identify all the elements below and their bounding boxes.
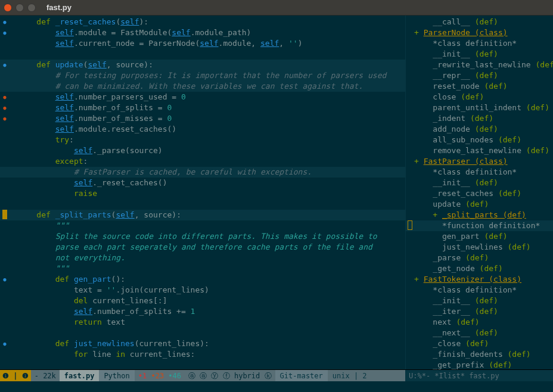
- code-line[interactable]: parse each part seperately and therefore…: [0, 242, 405, 253]
- code-line[interactable]: self.module.reset_caches(): [0, 124, 405, 135]
- code-line[interactable]: text = ''.join(current_lines): [0, 285, 405, 295]
- gutter-mark: [0, 145, 10, 156]
- outline-item[interactable]: _parse (def): [406, 253, 553, 263]
- code-line[interactable]: self._reset_caches(): [0, 178, 405, 188]
- code-text: self.current_node = ParserNode(self.modu…: [17, 38, 405, 49]
- outline-fringe: [406, 17, 414, 27]
- outline-fringe: [406, 92, 414, 102]
- outline-label: + _split_parts (def): [414, 210, 553, 220]
- code-line[interactable]: self.current_node = ParserNode(self.modu…: [0, 38, 405, 49]
- code-line[interactable]: [0, 328, 405, 338]
- gutter-mark: [0, 231, 10, 242]
- outline-item[interactable]: parent_until_indent (def): [406, 102, 553, 113]
- gutter-mark: [0, 220, 10, 231]
- outline-item[interactable]: remove_last_newline (def): [406, 145, 553, 156]
- minimize-icon[interactable]: [15, 4, 24, 12]
- code-text: self._reset_caches(): [17, 178, 405, 188]
- outline-item[interactable]: _get_prefix (def): [406, 360, 553, 369]
- outline-item[interactable]: gen_part (def): [406, 231, 553, 242]
- outline-item[interactable]: + FastTokenizer (class): [406, 274, 553, 285]
- code-line[interactable]: self._parse(source): [0, 145, 405, 156]
- outline-fringe: [406, 263, 414, 274]
- code-line[interactable]: raise: [0, 188, 405, 199]
- code-text: [17, 49, 405, 60]
- code-text: text = ''.join(current_lines): [17, 285, 405, 295]
- editor-pane[interactable]: ● def _reset_caches(self):● self.module …: [0, 15, 405, 369]
- outline-item[interactable]: __init__ (def): [406, 295, 553, 306]
- code-line[interactable]: not everything.: [0, 253, 405, 263]
- code-text: Split the source code into different par…: [17, 231, 405, 242]
- code-line[interactable]: try:: [0, 135, 405, 145]
- outline-item[interactable]: __init__ (def): [406, 49, 553, 60]
- outline-label: __init__ (def): [414, 295, 553, 306]
- outline-item[interactable]: all_sub_nodes (def): [406, 135, 553, 145]
- outline-item[interactable]: __call__ (def): [406, 17, 553, 27]
- outline-item[interactable]: + ParserNode (class): [406, 27, 553, 38]
- outline-item[interactable]: __next__ (def): [406, 328, 553, 338]
- code-line[interactable]: ● self.number_of_splits = 0: [0, 102, 405, 113]
- maximize-icon[interactable]: [27, 4, 36, 12]
- outline-item[interactable]: _close (def): [406, 338, 553, 349]
- encoding: unix | 2: [328, 370, 372, 381]
- outline-item[interactable]: _reset_caches (def): [406, 188, 553, 199]
- close-icon[interactable]: [4, 4, 12, 12]
- outline-item[interactable]: _finish_dedents (def): [406, 349, 553, 360]
- code-line[interactable]: Split the source code into different par…: [0, 231, 405, 242]
- outline-item[interactable]: _indent (def): [406, 113, 553, 124]
- buffer-name[interactable]: fast.py: [60, 370, 100, 381]
- outline-item[interactable]: + _split_parts (def): [406, 210, 553, 220]
- code-line[interactable]: del current_lines[:]: [0, 295, 405, 306]
- outline-item[interactable]: update (def): [406, 199, 553, 210]
- outline-item[interactable]: + FastParser (class): [406, 156, 553, 167]
- code-line[interactable]: ● def _reset_caches(self):: [0, 17, 405, 27]
- code-line[interactable]: ● self.number_of_misses = 0: [0, 113, 405, 124]
- vc-branch[interactable]: Git-master: [275, 370, 328, 381]
- outline-label: + FastParser (class): [414, 156, 553, 167]
- code-line[interactable]: """: [0, 220, 405, 231]
- outline-item[interactable]: close (def): [406, 92, 553, 102]
- outline-item[interactable]: add_node (def): [406, 124, 553, 135]
- code-line[interactable]: self.number_of_splits += 1: [0, 306, 405, 317]
- code-line[interactable]: return text: [0, 317, 405, 328]
- code-line[interactable]: # can be minimized. With these variables…: [0, 81, 405, 92]
- outline-item[interactable]: next (def): [406, 317, 553, 328]
- code-line[interactable]: # FastParser is cached, be careful with …: [0, 167, 405, 178]
- outline-item[interactable]: *function definition*: [406, 220, 553, 231]
- code-text: # can be minimized. With these variables…: [17, 81, 405, 92]
- minibuffer[interactable]: [0, 381, 553, 392]
- outline-fringe: [406, 210, 414, 220]
- outline-label: _rewrite_last_newline (def): [414, 60, 553, 70]
- outline-item[interactable]: __init__ (def): [406, 178, 553, 188]
- code-line[interactable]: def _split_parts(self, source):: [0, 210, 405, 220]
- outline-item[interactable]: _get_node (def): [406, 263, 553, 274]
- code-text: try:: [17, 135, 405, 145]
- code-line[interactable]: ● def update(self, source):: [0, 60, 405, 70]
- outline-item[interactable]: *class definition*: [406, 285, 553, 295]
- code-line[interactable]: # For testing purposes: It is important …: [0, 70, 405, 81]
- code-line[interactable]: [0, 199, 405, 210]
- code-line[interactable]: ● def just_newlines(current_lines):: [0, 338, 405, 349]
- outline-label: _get_prefix (def): [414, 360, 553, 369]
- outline-item[interactable]: just_newlines (def): [406, 242, 553, 253]
- code-line[interactable]: for line in current_lines:: [0, 349, 405, 360]
- outline-pane[interactable]: __call__ (def)+ ParserNode (class) *clas…: [405, 15, 553, 369]
- code-line[interactable]: ● self.number_parsers_used = 0: [0, 92, 405, 102]
- outline-item[interactable]: __repr__ (def): [406, 70, 553, 81]
- outline-label: + FastTokenizer (class): [414, 274, 553, 285]
- code-line[interactable]: ● self.module = FastModule(self.module_p…: [0, 27, 405, 38]
- outline-fringe: [406, 349, 414, 360]
- outline-item[interactable]: __iter__ (def): [406, 306, 553, 317]
- outline-item[interactable]: *class definition*: [406, 38, 553, 49]
- outline-fringe: [406, 199, 414, 210]
- gutter-mark: ●: [0, 338, 10, 349]
- outline-label: *class definition*: [414, 38, 553, 49]
- code-line[interactable]: except:: [0, 156, 405, 167]
- outline-item[interactable]: reset_node (def): [406, 81, 553, 92]
- gutter-mark: [0, 210, 10, 220]
- outline-item[interactable]: _rewrite_last_newline (def): [406, 60, 553, 70]
- code-line[interactable]: ● def gen_part():: [0, 274, 405, 285]
- code-line[interactable]: """: [0, 263, 405, 274]
- outline-item[interactable]: *class definition*: [406, 167, 553, 178]
- code-line[interactable]: [0, 49, 405, 60]
- major-mode[interactable]: Python: [99, 370, 134, 381]
